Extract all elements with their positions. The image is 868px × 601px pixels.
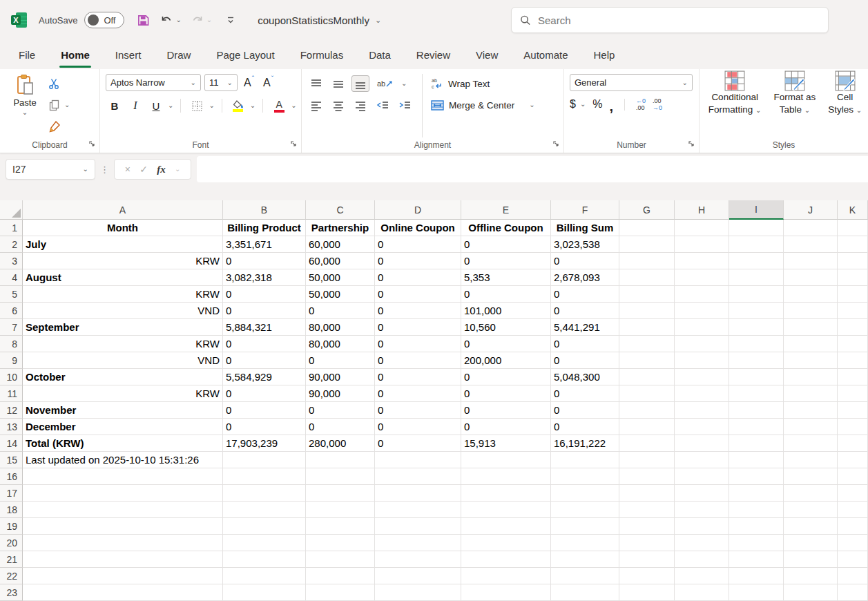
cell-F8[interactable]: 0: [551, 336, 619, 352]
cell-A8[interactable]: KRW: [23, 336, 223, 352]
column-header-E[interactable]: E: [461, 200, 551, 220]
cell-H20[interactable]: [675, 535, 729, 551]
column-header-A[interactable]: A: [23, 200, 223, 220]
cell-H22[interactable]: [675, 568, 729, 584]
cell-C5[interactable]: 50,000: [306, 286, 375, 303]
autosave-toggle[interactable]: Off: [84, 12, 124, 28]
cell-K11[interactable]: [838, 385, 868, 402]
cell-I15[interactable]: [729, 452, 784, 468]
font-size-select[interactable]: 11 ⌄: [204, 74, 238, 91]
cell-F23[interactable]: [551, 584, 619, 601]
wrap-text-button[interactable]: ab c Wrap Text: [431, 75, 535, 92]
tab-view[interactable]: View: [474, 48, 499, 62]
cell-K16[interactable]: [838, 468, 868, 485]
cell-B12[interactable]: 0: [223, 402, 306, 419]
cell-G1[interactable]: [619, 220, 675, 236]
underline-button[interactable]: U: [147, 97, 165, 114]
cell-B18[interactable]: [223, 502, 306, 518]
column-header-J[interactable]: J: [784, 200, 838, 220]
cell-A12[interactable]: November: [23, 402, 223, 419]
cell-J22[interactable]: [784, 568, 838, 584]
cell-B17[interactable]: [223, 485, 306, 502]
cell-F17[interactable]: [551, 485, 619, 502]
row-header-13[interactable]: 13: [0, 419, 23, 435]
cell-D17[interactable]: [375, 485, 461, 502]
copy-button[interactable]: [48, 99, 60, 111]
cell-B6[interactable]: 0: [223, 303, 306, 319]
column-header-H[interactable]: H: [675, 200, 729, 220]
column-header-B[interactable]: B: [223, 200, 306, 220]
cell-I5[interactable]: [729, 286, 784, 303]
cell-F18[interactable]: [551, 502, 619, 518]
cell-D14[interactable]: 0: [375, 435, 461, 452]
cell-I23[interactable]: [729, 584, 784, 601]
cell-A22[interactable]: [23, 568, 223, 584]
cell-B2[interactable]: 3,351,671: [223, 236, 306, 253]
cell-H16[interactable]: [675, 468, 729, 485]
cell-G21[interactable]: [619, 551, 675, 568]
formula-input[interactable]: [197, 156, 868, 182]
cell-A15[interactable]: Last updated on 2025-10-10 15:31:26: [23, 452, 223, 468]
cell-H5[interactable]: [675, 286, 729, 303]
increase-decimal-button[interactable]: .00 →0: [653, 97, 662, 112]
font-name-select[interactable]: Aptos Narrow ⌄: [106, 74, 201, 91]
cell-B3[interactable]: 0: [223, 253, 306, 269]
redo-button[interactable]: [189, 11, 206, 29]
font-dialog-launcher[interactable]: [290, 140, 297, 149]
cell-B14[interactable]: 17,903,239: [223, 435, 306, 452]
cell-H15[interactable]: [675, 452, 729, 468]
cell-C18[interactable]: [306, 502, 375, 518]
cell-C12[interactable]: 0: [306, 402, 375, 419]
italic-button[interactable]: I: [126, 97, 144, 114]
cell-I12[interactable]: [729, 402, 784, 419]
cell-K22[interactable]: [838, 568, 868, 584]
cell-F5[interactable]: 0: [551, 286, 619, 303]
cell-K6[interactable]: [838, 303, 868, 319]
cell-J12[interactable]: [784, 402, 838, 419]
row-header-1[interactable]: 1: [0, 220, 23, 236]
cell-K1[interactable]: [838, 220, 868, 236]
cell-J1[interactable]: [784, 220, 838, 236]
cell-I2[interactable]: [729, 236, 784, 253]
cell-K4[interactable]: [838, 269, 868, 286]
cell-A14[interactable]: Total (KRW): [23, 435, 223, 452]
cell-A3[interactable]: KRW: [23, 253, 223, 269]
orientation-dropdown-chevron[interactable]: ⌄: [401, 80, 407, 87]
cell-C17[interactable]: [306, 485, 375, 502]
cell-C9[interactable]: 0: [306, 352, 375, 369]
cell-F19[interactable]: [551, 518, 619, 535]
cell-I9[interactable]: [729, 352, 784, 369]
cell-A7[interactable]: September: [23, 319, 223, 336]
column-header-I[interactable]: I: [729, 200, 784, 220]
cell-F15[interactable]: [551, 452, 619, 468]
fill-color-button[interactable]: [229, 97, 247, 114]
cell-G4[interactable]: [619, 269, 675, 286]
cell-F13[interactable]: 0: [551, 419, 619, 435]
comma-format-button[interactable]: ,: [610, 98, 614, 111]
cell-I8[interactable]: [729, 336, 784, 352]
cell-G5[interactable]: [619, 286, 675, 303]
cell-F7[interactable]: 5,441,291: [551, 319, 619, 336]
cell-J6[interactable]: [784, 303, 838, 319]
cell-K20[interactable]: [838, 535, 868, 551]
cell-I11[interactable]: [729, 385, 784, 402]
cell-B9[interactable]: 0: [223, 352, 306, 369]
cell-F4[interactable]: 2,678,093: [551, 269, 619, 286]
cell-I17[interactable]: [729, 485, 784, 502]
cell-C10[interactable]: 90,000: [306, 369, 375, 385]
cell-H2[interactable]: [675, 236, 729, 253]
row-header-16[interactable]: 16: [0, 468, 23, 485]
cell-B23[interactable]: [223, 584, 306, 601]
cell-K13[interactable]: [838, 419, 868, 435]
cell-G19[interactable]: [619, 518, 675, 535]
cell-G2[interactable]: [619, 236, 675, 253]
cell-K15[interactable]: [838, 452, 868, 468]
insert-function-chevron[interactable]: ⌄: [175, 166, 180, 173]
cell-K17[interactable]: [838, 485, 868, 502]
cell-G17[interactable]: [619, 485, 675, 502]
cell-G18[interactable]: [619, 502, 675, 518]
cell-E9[interactable]: 200,000: [461, 352, 551, 369]
search-box[interactable]: [511, 7, 829, 33]
cell-F6[interactable]: 0: [551, 303, 619, 319]
align-right-button[interactable]: [351, 97, 369, 114]
